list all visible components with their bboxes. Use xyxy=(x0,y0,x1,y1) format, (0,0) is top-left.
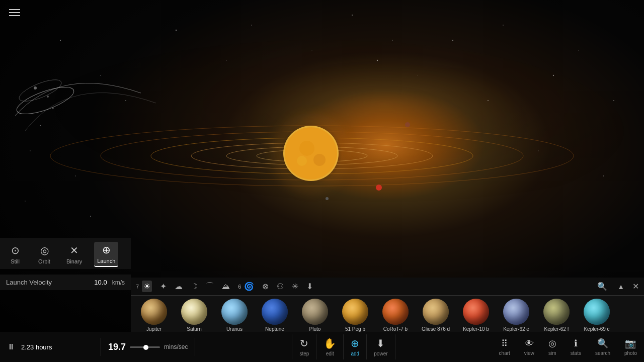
svg-point-34 xyxy=(52,107,54,109)
tool-swirl[interactable]: 🌀 xyxy=(244,282,254,291)
svg-point-12 xyxy=(352,15,353,16)
speed-unit: mins/sec xyxy=(164,343,188,350)
planet-toolbar: 7 ☀ ✦ ☁ ☽ ⌒ ⛰ 6 🌀 ⊗ ⚇ ✳ ⬇ 🔍 ▲ ✕ xyxy=(131,278,644,296)
launch-icon: ⊕ xyxy=(102,244,111,256)
planet-circle-kepler69c xyxy=(584,299,610,325)
svg-point-4 xyxy=(452,40,453,41)
planet-item-kepler62e[interactable]: Kepler-62 e xyxy=(497,298,535,333)
svg-point-35 xyxy=(47,96,49,98)
toolbar-expand-icon[interactable]: ▲ xyxy=(617,283,624,291)
tool-moon[interactable]: ☽ xyxy=(191,282,198,291)
planet-item-corot7b[interactable]: CoRoT-7 b xyxy=(376,298,415,333)
step-label: step xyxy=(299,351,309,356)
stats-label: stats xyxy=(571,350,581,356)
hamburger-line-1 xyxy=(9,9,20,10)
tool-comet[interactable]: ⌒ xyxy=(206,281,214,292)
power-icon: ⬇ xyxy=(376,337,385,349)
svg-point-2 xyxy=(176,30,177,31)
planet-search-icon[interactable]: 🔍 xyxy=(597,282,607,291)
tool-cloud[interactable]: ☁ xyxy=(175,282,183,291)
hamburger-line-3 xyxy=(9,15,20,16)
right-sim[interactable]: ◎ sim xyxy=(541,335,564,359)
pause-button[interactable]: ⏸ xyxy=(7,342,15,351)
planet-item-51pegb[interactable]: 51 Peg b xyxy=(336,298,374,333)
tool-sun[interactable]: ☀ xyxy=(142,281,152,292)
speed-slider-thumb xyxy=(143,345,148,350)
action-left-section: ⏸ 2.23 hours xyxy=(0,342,101,351)
planet-item-gliese876d[interactable]: Gliese 876 d xyxy=(417,298,455,333)
planet-name-kepler10b: Kepler-10 b xyxy=(463,326,489,332)
planet-count-2: 6 xyxy=(238,284,241,290)
speed-area: 19.7 mins/sec xyxy=(101,342,195,352)
right-stats[interactable]: ℹ stats xyxy=(564,335,588,359)
view-icon: 👁 xyxy=(525,338,534,349)
tool-gears[interactable]: ✳ xyxy=(292,282,298,291)
svg-point-33 xyxy=(34,86,37,89)
mode-launch-label: Launch xyxy=(97,258,115,264)
sim-icon: ◎ xyxy=(548,338,556,349)
planet-item-uranus[interactable]: Uranus xyxy=(215,298,254,333)
svg-point-44 xyxy=(326,197,329,200)
right-view[interactable]: 👁 view xyxy=(517,335,541,359)
mode-orbit-label: Orbit xyxy=(38,258,50,264)
search-label: search xyxy=(595,350,610,356)
planet-name-neptune: Neptune xyxy=(265,326,284,332)
power-label: power xyxy=(374,351,387,356)
planet-list: JupiterSaturnUranusNeptunePluto51 Peg bC… xyxy=(131,296,644,335)
tool-person[interactable]: ⚇ xyxy=(277,282,284,291)
toolbar-close-icon[interactable]: ✕ xyxy=(632,282,639,291)
svg-point-22 xyxy=(251,25,252,26)
planet-item-saturn[interactable]: Saturn xyxy=(175,298,213,333)
right-photo[interactable]: 📷 photo xyxy=(617,335,644,359)
sim-label: sim xyxy=(548,350,556,356)
mode-bar: ⊙ Still ◎ Orbit ✕ Binary ⊕ Launch xyxy=(0,238,131,269)
planet-circle-kepler62f xyxy=(543,299,570,325)
mode-orbit[interactable]: ◎ Orbit xyxy=(34,242,54,266)
mode-launch[interactable]: ⊕ Launch xyxy=(94,242,118,267)
mode-binary[interactable]: ✕ Binary xyxy=(63,242,85,266)
planet-circle-jupiter xyxy=(141,299,167,325)
tool-star[interactable]: ✦ xyxy=(160,282,167,291)
tool-step[interactable]: ↻ step xyxy=(292,334,316,359)
planet-item-kepler62f[interactable]: Kepler-62 f xyxy=(537,298,576,333)
mode-binary-label: Binary xyxy=(66,258,82,264)
tool-add[interactable]: ⊕ add xyxy=(344,334,367,359)
hamburger-line-2 xyxy=(9,12,20,13)
stats-icon: ℹ xyxy=(574,338,578,349)
planet-item-jupiter[interactable]: Jupiter xyxy=(135,298,173,333)
planet-name-kepler62f: Kepler-62 f xyxy=(544,326,569,332)
add-label: add xyxy=(351,351,359,356)
planet-name-51pegb: 51 Peg b xyxy=(345,326,365,332)
tool-power[interactable]: ⬇ power xyxy=(367,334,395,359)
planet-item-neptune[interactable]: Neptune xyxy=(256,298,294,333)
step-icon: ↻ xyxy=(300,337,308,349)
speed-value: 19.7 xyxy=(108,342,126,352)
svg-point-7 xyxy=(578,50,579,50)
svg-point-45 xyxy=(405,122,410,127)
hamburger-menu[interactable] xyxy=(9,9,20,16)
planet-circle-corot7b xyxy=(382,299,409,325)
svg-point-5 xyxy=(503,25,504,26)
svg-point-18 xyxy=(90,216,91,217)
planet-circle-gliese876d xyxy=(423,299,449,325)
tool-mountain[interactable]: ⛰ xyxy=(222,282,230,291)
svg-point-42 xyxy=(271,113,351,194)
still-icon: ⊙ xyxy=(11,244,20,256)
right-chart[interactable]: ⠿ chart xyxy=(492,335,517,359)
edit-icon: ✋ xyxy=(324,337,336,349)
planet-name-kepler62e: Kepler-62 e xyxy=(503,326,529,332)
tool-down-arrow[interactable]: ⬇ xyxy=(306,282,313,291)
planet-circle-uranus xyxy=(221,299,248,325)
mode-still[interactable]: ⊙ Still xyxy=(5,242,25,266)
planet-item-kepler10b[interactable]: Kepler-10 b xyxy=(457,298,495,333)
planet-item-pluto[interactable]: Pluto xyxy=(296,298,334,333)
search-icon: 🔍 xyxy=(597,338,608,349)
tool-edit[interactable]: ✋ edit xyxy=(316,334,344,359)
speed-slider[interactable] xyxy=(130,346,160,348)
right-search[interactable]: 🔍 search xyxy=(588,335,617,359)
view-label: view xyxy=(524,350,534,356)
planet-item-kepler69c[interactable]: Kepler-69 c xyxy=(578,298,616,333)
tool-rings[interactable]: ⊗ xyxy=(262,282,269,291)
planet-name-gliese876d: Gliese 876 d xyxy=(422,326,450,332)
planet-name-pluto: Pluto xyxy=(309,326,321,332)
